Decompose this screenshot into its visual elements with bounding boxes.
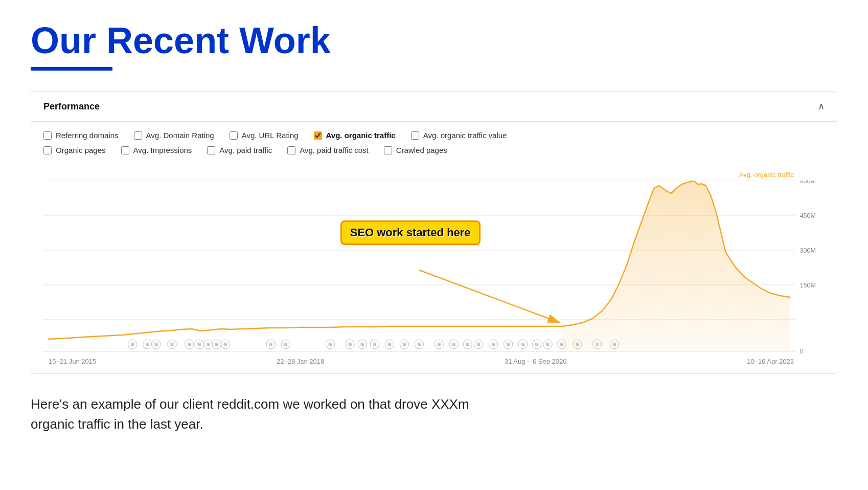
svg-text:G: G — [146, 342, 149, 347]
svg-text:G: G — [492, 342, 495, 347]
svg-text:G: G — [373, 342, 377, 347]
checkbox-avg-organic-traffic[interactable]: Avg. organic traffic — [314, 131, 396, 140]
checkbox-label-avg-url-rating: Avg. URL Rating — [242, 131, 299, 140]
svg-text:G: G — [521, 342, 525, 347]
svg-text:G: G — [576, 342, 579, 347]
checkbox-label-avg-paid-traffic-cost: Avg. paid traffic cost — [300, 146, 369, 154]
svg-text:G: G — [284, 342, 287, 347]
checkbox-organic-pages[interactable]: Organic pages — [43, 146, 106, 154]
checkbox-label-avg-organic-traffic-value: Avg. organic traffic value — [423, 131, 507, 140]
svg-text:G: G — [452, 342, 455, 347]
checkbox-label-referring-domains: Referring domains — [56, 131, 119, 140]
checkboxes-area: Referring domains Avg. Domain Rating Avg… — [31, 122, 837, 166]
svg-text:G: G — [388, 342, 392, 347]
svg-text:G: G — [207, 342, 210, 347]
performance-title: Performance — [43, 101, 100, 112]
svg-marker-11 — [562, 181, 790, 351]
svg-text:G: G — [215, 342, 218, 347]
svg-text:G: G — [348, 342, 352, 347]
checkbox-label-avg-domain-rating: Avg. Domain Rating — [146, 131, 214, 140]
chart-area: Avg. organic traffic 600M 450M 300M 150M… — [31, 166, 837, 365]
svg-text:G: G — [560, 342, 563, 347]
svg-text:G: G — [269, 342, 272, 347]
checkbox-row-1: Referring domains Avg. Domain Rating Avg… — [43, 131, 825, 140]
checkbox-label-crawled-pages: Crawled pages — [396, 146, 447, 154]
svg-text:G: G — [170, 342, 174, 347]
checkbox-label-avg-impressions: Avg. Impressions — [133, 146, 192, 154]
checkbox-crawled-pages[interactable]: Crawled pages — [384, 146, 447, 154]
title-underline — [31, 67, 112, 71]
svg-text:G: G — [188, 342, 191, 347]
checkbox-label-avg-paid-traffic: Avg. paid traffic — [219, 146, 272, 154]
svg-text:G: G — [418, 342, 421, 347]
svg-text:G: G — [154, 342, 158, 347]
performance-section: Performance ∧ Referring domains Avg. Dom… — [31, 91, 837, 374]
svg-text:G: G — [437, 342, 441, 347]
performance-header: Performance ∧ — [31, 92, 837, 122]
svg-text:G: G — [197, 342, 201, 347]
svg-line-13 — [419, 270, 560, 323]
checkbox-avg-paid-traffic-cost[interactable]: Avg. paid traffic cost — [287, 146, 369, 154]
collapse-chevron-icon[interactable]: ∧ — [818, 101, 825, 112]
page-title: Our Recent Work — [31, 20, 837, 61]
chart-container: 600M 450M 300M 150M 0 — [43, 181, 825, 354]
description-text: Here's an example of our client reddit.c… — [31, 394, 491, 434]
svg-text:0: 0 — [800, 347, 804, 354]
checkbox-avg-paid-traffic[interactable]: Avg. paid traffic — [207, 146, 272, 154]
chart-legend: Avg. organic traffic — [43, 171, 825, 179]
svg-text:600M: 600M — [800, 181, 816, 185]
checkbox-avg-url-rating[interactable]: Avg. URL Rating — [230, 131, 299, 140]
checkbox-avg-organic-traffic-value[interactable]: Avg. organic traffic value — [411, 131, 507, 140]
svg-text:G: G — [131, 342, 134, 347]
x-axis-labels: 15–21 Jun 2015 22–28 Jan 2018 31 Aug – 6… — [43, 354, 825, 365]
svg-text:G: G — [224, 342, 227, 347]
svg-text:300M: 300M — [800, 247, 816, 254]
checkbox-label-avg-organic-traffic: Avg. organic traffic — [326, 131, 396, 140]
checkbox-avg-domain-rating[interactable]: Avg. Domain Rating — [134, 131, 214, 140]
x-label-4: 10–16 Apr 2023 — [747, 358, 794, 365]
svg-text:450M: 450M — [800, 212, 816, 219]
x-label-3: 31 Aug – 6 Sep 2020 — [505, 358, 566, 365]
checkbox-label-organic-pages: Organic pages — [56, 146, 106, 154]
svg-text:G: G — [613, 342, 616, 347]
checkbox-referring-domains[interactable]: Referring domains — [43, 131, 119, 140]
svg-text:G: G — [535, 342, 539, 347]
svg-text:150M: 150M — [800, 281, 816, 289]
svg-text:G: G — [466, 342, 469, 347]
svg-text:G: G — [360, 342, 364, 347]
checkbox-avg-impressions[interactable]: Avg. Impressions — [121, 146, 192, 154]
chart-svg: 600M 450M 300M 150M 0 — [43, 181, 825, 354]
x-label-1: 15–21 Jun 2015 — [49, 358, 96, 365]
svg-text:G: G — [477, 342, 481, 347]
svg-text:G: G — [546, 342, 550, 347]
checkbox-row-2: Organic pages Avg. Impressions Avg. paid… — [43, 146, 825, 154]
svg-text:2: 2 — [596, 342, 599, 347]
svg-text:G: G — [507, 342, 510, 347]
x-label-2: 22–28 Jan 2018 — [277, 358, 324, 365]
svg-text:G: G — [329, 342, 332, 347]
svg-text:G: G — [403, 342, 406, 347]
